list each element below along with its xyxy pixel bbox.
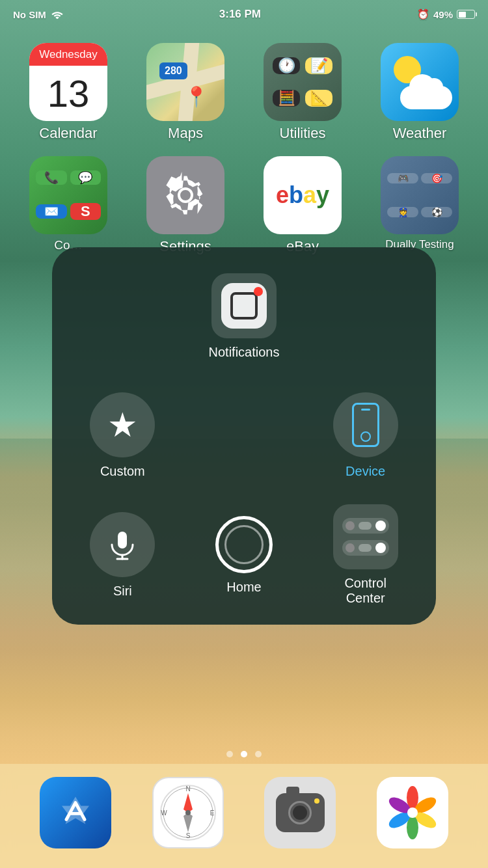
app-item-comms[interactable]: 📞 💬 ✉️ S Co… [13,156,124,255]
microphone-icon [105,528,139,562]
home-circle-inner [224,525,264,564]
dot-1 [226,751,233,757]
ebay-text: ebay [276,182,329,209]
alarm-icon: ⏰ [417,8,429,20]
app-item-weather[interactable]: Weather [364,43,475,142]
siri-icon-bg [90,512,155,577]
dot-3 [255,751,262,757]
home-label: Home [226,580,261,595]
maps-pin: 📍 [184,85,208,108]
comms-app-icon[interactable]: 📞 💬 ✉️ S [29,156,107,234]
camera-lens [288,801,312,824]
calendar-weekday: Wednesday [39,48,97,61]
page-dots [0,751,488,757]
control-center-label: ControlCenter [344,576,386,606]
weather-cloud [400,86,452,109]
toggles-icon [342,517,389,556]
device-icon-bg [333,392,398,457]
dock-item-photos[interactable] [377,777,448,848]
at-notifications[interactable]: Notifications [187,260,302,373]
utilities-app-icon[interactable]: 🕐 📝 🧮 📐 [264,43,342,121]
photos-icon[interactable] [377,777,448,848]
status-bar: No SIM 3:16 PM ⏰ 49% [0,0,488,29]
folder-sub-1: 🎮 [387,173,418,183]
app-item-ebay[interactable]: ebay eBay [247,156,358,255]
notes-sub-icon: 📝 [305,57,332,74]
dock: N S W E [0,764,488,868]
svg-point-19 [407,807,418,818]
maps-badge: 280 [159,62,187,79]
svg-text:W: W [161,809,167,817]
svg-point-7 [185,810,191,815]
camera-icon[interactable] [264,777,336,848]
settings-app-icon[interactable] [146,156,224,234]
safari-icon[interactable]: N S W E [152,777,224,848]
battery-percent: 49% [433,9,453,20]
at-custom[interactable]: ★ Custom [65,379,180,492]
calendar-day: 13 [47,66,90,121]
notif-dot [254,287,263,296]
svg-rect-0 [118,532,127,549]
util-sub-4: 📐 [305,90,332,107]
folder-sub-2: 🎯 [421,173,452,183]
app-item-calendar[interactable]: Wednesday 13 Calendar [13,43,124,142]
at-home[interactable]: Home [187,499,302,612]
assistive-touch-overlay: Notifications ★ Custom Device Siri [52,247,436,625]
comm-mail: ✉️ [36,204,67,219]
weather-app-icon[interactable] [381,43,459,121]
util-sub-3: 🧮 [273,90,300,107]
at-siri[interactable]: Siri [65,499,180,612]
dock-item-safari[interactable]: N S W E [152,777,224,848]
notifications-label: Notifications [209,345,280,360]
at-control-center[interactable]: ControlCenter [308,499,423,612]
calendar-header: Wednesday [29,43,107,66]
appstore-icon[interactable] [40,777,111,848]
clock-sub-icon: 🕐 [273,57,300,74]
battery-icon [457,10,475,19]
phone-icon [352,403,379,447]
comm-s: S [70,203,102,220]
home-circle [215,516,273,573]
toggle-row-2 [342,540,389,556]
camera-lens-inner [293,806,307,820]
comm-msg: 💬 [70,170,102,185]
notifications-icon-bg [211,273,277,338]
dock-item-camera[interactable] [264,777,336,848]
weather-label: Weather [393,125,447,142]
svg-text:E: E [210,809,214,817]
time-display: 3:16 PM [219,8,261,21]
safari-compass-icon: N S W E [159,783,217,842]
custom-icon-bg: ★ [90,392,155,457]
appstore-logo [53,790,98,835]
app-grid-row1: Wednesday 13 Calendar 280 📍 Maps 🕐 📝 🧮 📐… [0,36,488,148]
at-device[interactable]: Device [308,379,423,492]
carrier-label: No SIM [13,9,46,20]
siri-label: Siri [113,584,132,599]
photos-pinwheel [383,783,442,842]
status-left: No SIM [13,9,63,20]
ebay-app-icon[interactable]: ebay [264,156,342,234]
camera-body [276,793,325,832]
svg-text:N: N [185,785,190,793]
maps-app-icon[interactable]: 280 📍 [146,43,224,121]
calendar-label: Calendar [39,125,97,142]
app-item-dually[interactable]: 🎮 🎯 👮 ⚽ Dually Testing [364,156,475,255]
app-grid-row2: 📞 💬 ✉️ S Co… Settings ebay eBay 🎮 🎯 [0,150,488,262]
calendar-app-icon[interactable]: Wednesday 13 [29,43,107,121]
app-item-maps[interactable]: 280 📍 Maps [130,43,241,142]
app-item-utilities[interactable]: 🕐 📝 🧮 📐 Utilities [247,43,358,142]
wifi-icon [51,10,63,19]
folder-sub-3: 👮 [387,207,418,217]
gear-icon [159,169,211,221]
dot-2 [241,751,247,757]
dually-app-icon[interactable]: 🎮 🎯 👮 ⚽ [381,156,459,234]
folder-sub-4: ⚽ [421,207,452,217]
app-item-settings[interactable]: Settings [130,156,241,255]
dock-item-appstore[interactable] [40,777,111,848]
device-label: Device [346,464,385,479]
notif-inner [230,292,258,319]
status-right: ⏰ 49% [417,8,475,20]
star-icon: ★ [107,405,138,444]
svg-text:S: S [185,832,190,839]
custom-label: Custom [100,464,145,479]
